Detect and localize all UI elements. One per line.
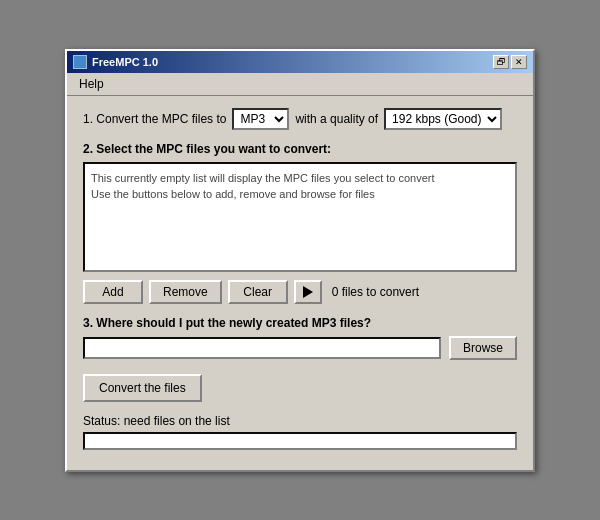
file-list-placeholder-line1: This currently empty list will display t…	[91, 170, 509, 187]
step3-section: 3. Where should I put the newly created …	[83, 316, 517, 360]
file-list[interactable]: This currently empty list will display t…	[83, 162, 517, 272]
quality-label: with a quality of	[295, 112, 378, 126]
remove-button[interactable]: Remove	[149, 280, 222, 304]
quality-select[interactable]: 128 kbps (Good) 192 kbps (Good) 256 kbps…	[384, 108, 502, 130]
main-window: FreeMPC 1.0 🗗 ✕ Help 1. Convert the MPC …	[65, 49, 535, 472]
play-icon	[303, 286, 313, 298]
play-button[interactable]	[294, 280, 322, 304]
step3-label: 3. Where should I put the newly created …	[83, 316, 517, 330]
output-path-input[interactable]	[83, 337, 441, 359]
step2-section: 2. Select the MPC files you want to conv…	[83, 142, 517, 304]
step2-label: 2. Select the MPC files you want to conv…	[83, 142, 517, 156]
status-bar	[83, 432, 517, 450]
app-icon	[73, 55, 87, 69]
convert-button[interactable]: Convert the files	[83, 374, 202, 402]
title-bar-buttons: 🗗 ✕	[493, 55, 527, 69]
format-select[interactable]: MP3 OGG WAV	[232, 108, 289, 130]
restore-button[interactable]: 🗗	[493, 55, 509, 69]
title-bar: FreeMPC 1.0 🗗 ✕	[67, 51, 533, 73]
clear-button[interactable]: Clear	[228, 280, 288, 304]
browse-button[interactable]: Browse	[449, 336, 517, 360]
status-label: Status: need files on the list	[83, 414, 517, 428]
menu-help[interactable]: Help	[73, 75, 110, 93]
close-button[interactable]: ✕	[511, 55, 527, 69]
step3-row: Browse	[83, 336, 517, 360]
file-list-placeholder-line2: Use the buttons below to add, remove and…	[91, 186, 509, 203]
add-button[interactable]: Add	[83, 280, 143, 304]
files-count: 0 files to convert	[332, 285, 419, 299]
step1-label: 1. Convert the MPC files to	[83, 112, 226, 126]
step2-buttons-row: Add Remove Clear 0 files to convert	[83, 280, 517, 304]
status-section: Status: need files on the list	[83, 414, 517, 450]
window-title: FreeMPC 1.0	[92, 56, 158, 68]
step1-row: 1. Convert the MPC files to MP3 OGG WAV …	[83, 108, 517, 130]
content-area: 1. Convert the MPC files to MP3 OGG WAV …	[67, 96, 533, 470]
convert-section: Convert the files	[83, 374, 517, 402]
title-bar-left: FreeMPC 1.0	[73, 55, 158, 69]
menu-bar: Help	[67, 73, 533, 96]
